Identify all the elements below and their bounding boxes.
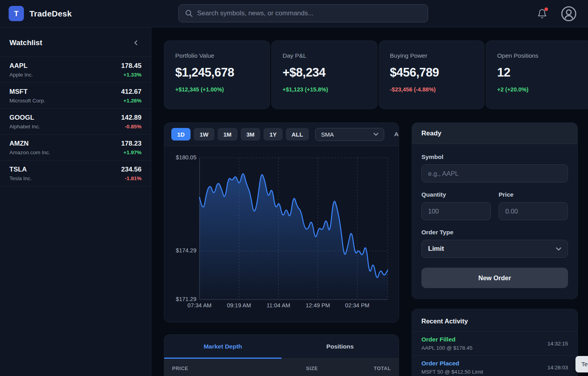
activity-row-order-filled[interactable]: Order Filled AAPL 100 @ $178.45 14:32:15 — [412, 332, 577, 356]
timeframe-1m-button[interactable]: 1M — [218, 128, 238, 141]
change: +1.33% — [121, 72, 142, 78]
price-label: Price — [499, 191, 568, 198]
symbol: AAPL — [9, 62, 33, 70]
y-axis-tick: $180.05 — [164, 154, 196, 161]
company-name: Amazon.com Inc. — [9, 150, 50, 155]
tradedesk-app: T TradeDesk Watchlist — [0, 0, 588, 376]
change: +1.26% — [121, 98, 142, 104]
depth-tab-bar: Market Depth Positions — [164, 335, 399, 359]
portfolio-value-card: Portfolio Value $1,245,678 +$12,345 (+1.… — [164, 40, 270, 109]
order-type-value: Limit — [428, 245, 444, 253]
timeframe-1w-button[interactable]: 1W — [194, 128, 214, 141]
change: +1.97% — [121, 150, 142, 155]
price: 178.23 — [121, 140, 142, 148]
market-depth-panel: Market Depth Positions PRICE SIZE TOTAL — [164, 334, 399, 376]
company-name: Microsoft Corp. — [9, 98, 45, 104]
price-line-chart — [200, 158, 388, 299]
card-label: Buying Power — [390, 52, 474, 59]
tab-positions[interactable]: Positions — [281, 335, 399, 358]
symbol-label: Symbol — [421, 153, 568, 161]
symbol: TSLA — [9, 166, 32, 173]
y-axis-tick: $171.29 — [164, 296, 196, 302]
timeframe-3m-button[interactable]: 3M — [241, 128, 261, 141]
activity-detail: MSFT 50 @ $412.50 Limit — [421, 369, 483, 375]
card-label: Open Positions — [497, 52, 581, 59]
chart-toolbar: 1D 1W 1M 3M 1Y ALL SMA Annotate — [164, 123, 399, 146]
card-change: +$1,123 (+15.8%) — [283, 86, 366, 93]
recent-activity-title: Recent Activity — [412, 309, 577, 332]
activity-time: 14:32:15 — [547, 341, 568, 347]
activity-row-order-placed[interactable]: Order Placed MSFT 50 @ $412.50 Limit 14:… — [412, 356, 577, 376]
x-axis-tick: 09:19 AM — [227, 302, 251, 308]
change: -0.85% — [121, 124, 142, 130]
quantity-field[interactable] — [421, 202, 491, 220]
recent-activity-panel: Recent Activity Order Filled AAPL 100 @ … — [412, 309, 578, 376]
column-size: SIZE — [245, 366, 318, 371]
price: 412.67 — [121, 88, 142, 96]
header-actions — [534, 0, 577, 27]
symbol: MSFT — [9, 88, 45, 96]
x-axis-tick: 12:49 PM — [306, 302, 330, 308]
x-axis-tick: 11:04 AM — [267, 302, 290, 308]
global-search[interactable] — [178, 4, 428, 22]
timeframe-all-button[interactable]: ALL — [286, 128, 309, 141]
price-field[interactable] — [499, 202, 568, 220]
activity-event: Order Filled — [421, 336, 472, 343]
notification-dot — [544, 7, 548, 11]
depth-table-header: PRICE SIZE TOTAL — [164, 359, 399, 376]
watchlist-row-tsla[interactable]: TSLA Tesla Inc. 234.56 -1.81% — [0, 161, 151, 186]
symbol-field[interactable] — [421, 164, 568, 183]
price: 142.89 — [121, 114, 142, 122]
watchlist-header: Watchlist — [0, 27, 151, 57]
indicator-select[interactable]: SMA — [315, 128, 384, 141]
timeframe-1d-button[interactable]: 1D — [171, 128, 191, 141]
account-button[interactable] — [561, 5, 577, 22]
app-title: TradeDesk — [29, 9, 72, 18]
watchlist-sidebar: Watchlist AAPL Apple Inc. 178.45 +1.33% … — [0, 27, 151, 376]
price: 234.56 — [121, 166, 142, 173]
chart-plot[interactable]: $180.05$174.29$171.2907:34 AM09:19 AM11:… — [164, 146, 399, 323]
change: -1.81% — [121, 175, 142, 181]
notifications-button[interactable] — [534, 5, 550, 22]
watchlist-row-msft[interactable]: MSFT Microsoft Corp. 412.67 +1.26% — [0, 83, 151, 109]
brand: T TradeDesk — [9, 6, 72, 21]
order-status-badge: Ready — [412, 123, 577, 144]
symbol: GOOGL — [9, 114, 40, 122]
open-positions-card: Open Positions 12 +2 (+20.0%) — [486, 40, 588, 109]
card-change: +2 (+20.0%) — [497, 86, 581, 93]
card-change: -$23,456 (-4.88%) — [390, 86, 474, 93]
watchlist-row-googl[interactable]: GOOGL Alphabet Inc. 142.89 -0.85% — [0, 109, 151, 135]
user-avatar-icon — [561, 5, 577, 22]
card-label: Portfolio Value — [175, 52, 259, 59]
timeframe-1y-button[interactable]: 1Y — [263, 128, 282, 141]
search-input[interactable] — [197, 9, 421, 17]
y-axis-tick: $174.29 — [164, 247, 196, 254]
card-value: $456,789 — [390, 66, 474, 80]
chevron-down-icon — [556, 247, 561, 251]
x-axis-tick: 02:34 PM — [345, 302, 369, 308]
card-value: 12 — [497, 66, 581, 80]
annotate-button[interactable]: Annotate — [394, 131, 399, 138]
order-entry-panel: Ready Symbol Quantity Price Order Type L… — [412, 122, 578, 299]
stats-row: Portfolio Value $1,245,678 +$12,345 (+1.… — [164, 40, 588, 109]
column-price: PRICE — [172, 366, 245, 371]
order-type-select[interactable]: Limit — [421, 240, 568, 258]
day-pnl-card: Day P&L +$8,234 +$1,123 (+15.8%) — [271, 40, 377, 109]
watchlist-title: Watchlist — [9, 38, 42, 47]
new-order-button[interactable]: New Order — [421, 268, 568, 288]
watchlist-row-aapl[interactable]: AAPL Apple Inc. 178.45 +1.33% — [0, 57, 151, 83]
card-value: +$8,234 — [283, 66, 366, 80]
x-axis-tick: 07:34 AM — [187, 302, 211, 308]
activity-time: 14:28:03 — [547, 365, 568, 371]
symbol: AMZN — [9, 140, 50, 148]
toast-notification: Te — [575, 356, 588, 372]
collapse-sidebar-button[interactable] — [131, 37, 142, 48]
watchlist-row-amzn[interactable]: AMZN Amazon.com Inc. 178.23 +1.97% — [0, 135, 151, 161]
column-total: TOTAL — [318, 366, 391, 371]
company-name: Alphabet Inc. — [9, 124, 40, 130]
price-chart-panel: 1D 1W 1M 3M 1Y ALL SMA Annotate $180.05$… — [164, 122, 399, 323]
app-header: T TradeDesk — [0, 0, 588, 27]
tab-market-depth[interactable]: Market Depth — [164, 335, 281, 358]
company-name: Apple Inc. — [9, 72, 33, 78]
card-value: $1,245,678 — [175, 66, 259, 80]
